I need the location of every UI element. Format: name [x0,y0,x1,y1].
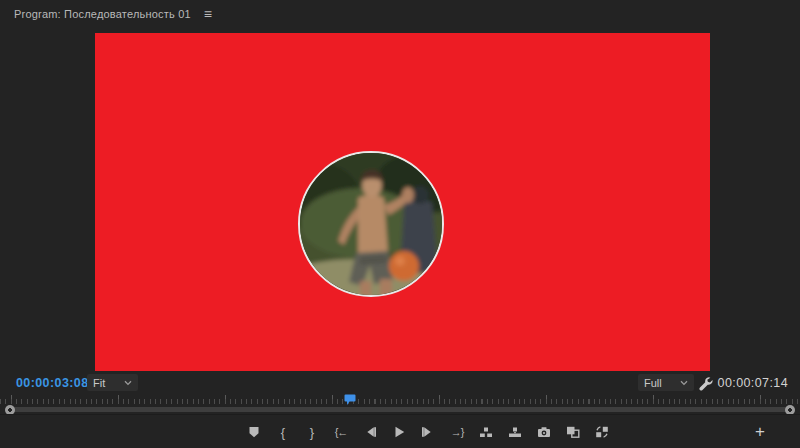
zoom-level-value: Fit [93,377,105,389]
play-button[interactable] [391,421,407,443]
chevron-down-icon [124,380,132,386]
go-to-out-button[interactable]: →} [449,421,465,443]
play-icon [392,425,406,439]
mark-out-button[interactable]: } [304,421,320,443]
step-back-button[interactable] [362,421,378,443]
masked-video-content [300,153,442,295]
panel-menu-icon[interactable]: ≡ [204,7,212,21]
video-frame[interactable] [95,33,710,371]
go-to-in-icon: {← [335,427,348,438]
current-timecode[interactable]: 00:00:03:08 [16,376,89,390]
mark-in-icon: { [281,426,285,439]
comparison-view-button[interactable] [565,421,581,443]
go-to-out-icon: →} [451,427,464,438]
circle-mask-preview [298,151,444,297]
video-viewport [0,28,800,372]
lift-icon [479,425,493,439]
extract-button[interactable] [507,421,523,443]
mark-in-button[interactable]: { [275,421,291,443]
export-frame-button[interactable] [536,421,552,443]
scrollbar-row [0,405,800,414]
settings-wrench-icon[interactable] [697,375,713,391]
swap-frames-icon [595,425,609,439]
chevron-down-icon [680,380,688,386]
mark-out-icon: } [310,426,314,439]
duration-timecode: 00:00:07:14 [718,376,788,390]
add-marker-button[interactable] [246,421,262,443]
playback-resolution-select[interactable]: Full [638,374,694,391]
transport-bar: { } {← →} [0,414,800,448]
marker-icon [247,425,261,439]
step-back-icon [363,425,377,439]
step-forward-icon [421,425,435,439]
extract-icon [508,425,522,439]
zoom-scrollbar[interactable] [9,407,791,412]
program-monitor-panel: Program: Последовательность 01 ≡ [0,0,800,448]
lift-button[interactable] [478,421,494,443]
zoom-level-select[interactable]: Fit [87,374,138,391]
go-to-in-button[interactable]: {← [333,421,349,443]
timeline-ruler[interactable] [0,394,800,405]
zoom-handle-right[interactable] [785,405,795,415]
panel-title: Program: Последовательность 01 [14,8,191,20]
transport-buttons: { } {← →} [246,421,610,443]
comparison-view-icon [566,425,580,439]
step-forward-button[interactable] [420,421,436,443]
button-editor-button[interactable]: + [750,420,770,442]
camera-icon [537,425,551,439]
playback-resolution-value: Full [644,377,662,389]
ruler-ticks-minor [0,399,800,404]
zoom-handle-left[interactable] [5,405,15,415]
panel-titlebar: Program: Последовательность 01 ≡ [0,0,800,28]
swap-frames-button[interactable] [594,421,610,443]
monitor-controls-row: 00:00:03:08 Fit Full 00:00:07:14 [0,372,800,394]
